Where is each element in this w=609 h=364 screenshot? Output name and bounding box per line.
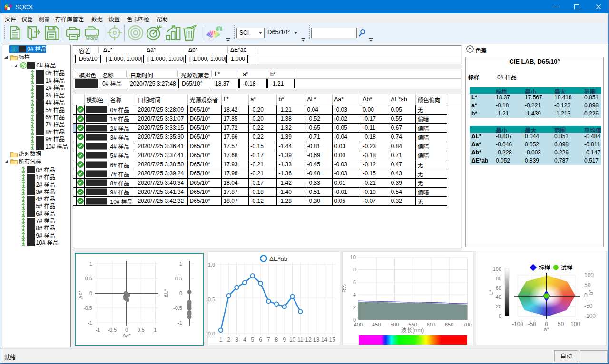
svg-text:100: 100 <box>584 272 594 278</box>
svg-text:15: 15 <box>329 336 336 343</box>
svg-text:L*: L* <box>488 289 494 295</box>
svg-text:9: 9 <box>283 336 286 343</box>
svg-text:0: 0 <box>499 313 501 319</box>
svg-text:10: 10 <box>289 336 296 343</box>
svg-text:R%: R% <box>342 284 347 293</box>
svg-text:Δa*: Δa* <box>122 333 131 338</box>
svg-text:-50: -50 <box>584 303 593 309</box>
svg-text:0.5: 0.5 <box>138 327 145 333</box>
svg-text:10: 10 <box>350 254 356 260</box>
svg-text:400: 400 <box>354 322 363 327</box>
svg-text:1: 1 <box>154 327 157 333</box>
svg-text:b*: b* <box>588 289 594 295</box>
svg-text:4: 4 <box>353 292 356 297</box>
svg-text:100: 100 <box>570 321 580 327</box>
svg-text:2: 2 <box>227 336 230 343</box>
svg-text:11: 11 <box>297 336 304 343</box>
svg-text:5: 5 <box>251 336 255 343</box>
svg-text:13: 13 <box>313 336 320 343</box>
svg-text:0.5: 0.5 <box>175 276 182 281</box>
svg-text:1.0: 1.0 <box>208 262 215 268</box>
svg-text:1: 1 <box>219 336 223 343</box>
svg-text:-0.5: -0.5 <box>83 305 92 311</box>
svg-text:试样: 试样 <box>561 265 573 271</box>
svg-text:60: 60 <box>496 285 501 291</box>
svg-text:-0.5: -0.5 <box>108 327 117 333</box>
svg-text:0.5: 0.5 <box>85 276 92 281</box>
svg-text:12: 12 <box>305 336 312 343</box>
svg-text:40: 40 <box>496 294 501 300</box>
svg-text:6: 6 <box>353 279 356 285</box>
svg-text:a*: a* <box>544 326 549 332</box>
svg-text:0: 0 <box>584 292 588 299</box>
svg-text:500: 500 <box>390 322 399 327</box>
svg-text:50: 50 <box>584 282 591 288</box>
svg-text:Word: Word <box>86 36 98 40</box>
svg-text:0.0: 0.0 <box>208 331 215 336</box>
svg-text:ΔE*ab: ΔE*ab <box>269 255 287 262</box>
svg-text:650: 650 <box>445 322 453 327</box>
svg-text:Δb*: Δb* <box>78 290 83 298</box>
svg-text:600: 600 <box>427 322 435 327</box>
svg-text:0: 0 <box>179 290 182 296</box>
svg-text:450: 450 <box>372 322 381 327</box>
svg-text:6: 6 <box>259 336 262 343</box>
svg-text:100: 100 <box>493 266 501 272</box>
svg-text:-100: -100 <box>584 313 596 319</box>
svg-text:2: 2 <box>353 305 356 310</box>
svg-text:0.5: 0.5 <box>208 297 215 302</box>
svg-text:4: 4 <box>243 336 246 343</box>
svg-text:20: 20 <box>496 304 501 309</box>
svg-text:3: 3 <box>235 336 238 343</box>
svg-text:ΔL*: ΔL* <box>163 288 169 297</box>
svg-text:-50: -50 <box>528 321 537 327</box>
svg-text:1: 1 <box>89 261 92 267</box>
svg-text:波长(nm): 波长(nm) <box>401 327 424 334</box>
svg-text:-1: -1 <box>96 327 100 333</box>
svg-text:80: 80 <box>496 276 501 281</box>
svg-text:-0.5: -0.5 <box>173 305 182 311</box>
svg-text:-1: -1 <box>177 320 182 326</box>
svg-text:700: 700 <box>463 322 471 327</box>
svg-text:1: 1 <box>179 261 182 267</box>
svg-text:8: 8 <box>275 336 278 343</box>
svg-text:14: 14 <box>321 336 328 343</box>
svg-text:-1: -1 <box>88 320 92 326</box>
svg-text:-100: -100 <box>512 321 523 327</box>
svg-text:标样: 标样 <box>539 265 550 271</box>
svg-text:8: 8 <box>353 267 356 272</box>
svg-text:7: 7 <box>267 336 270 343</box>
svg-text:50: 50 <box>558 321 564 327</box>
svg-text:0: 0 <box>89 290 92 296</box>
svg-text:0: 0 <box>125 327 128 333</box>
